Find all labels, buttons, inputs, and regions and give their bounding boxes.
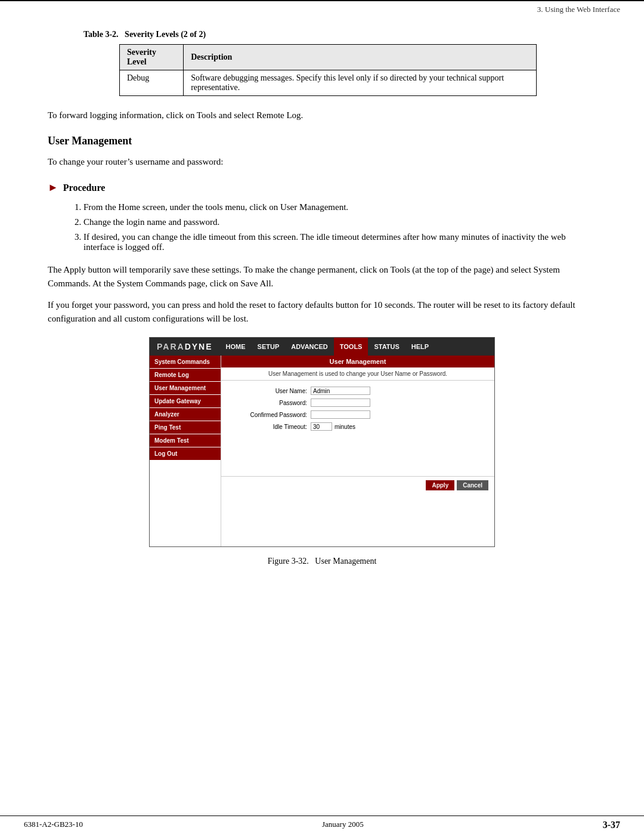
header-text: 3. Using the Web Interface bbox=[537, 5, 620, 14]
footer-left: 6381-A2-GB23-10 bbox=[24, 820, 83, 830]
sidebar-user-management[interactable]: User Management bbox=[150, 382, 221, 394]
footer-right: 3-37 bbox=[603, 820, 620, 830]
table-wrapper: Table 3-2. Severity Levels (2 of 2) Seve… bbox=[83, 30, 596, 96]
table-row: Debug Software debugging messages. Speci… bbox=[120, 70, 537, 96]
table-caption: Table 3-2. Severity Levels (2 of 2) bbox=[83, 30, 596, 39]
label-username: User Name: bbox=[233, 388, 311, 394]
section-heading: User Management bbox=[48, 135, 596, 147]
router-sidebar: System Commands Remote Log User Manageme… bbox=[150, 356, 221, 546]
nav-status[interactable]: STATUS bbox=[368, 338, 405, 356]
input-confirm-password[interactable] bbox=[311, 410, 370, 419]
router-navbar: PARADYNE HOME SETUP ADVANCED TOOLS STATU… bbox=[150, 338, 494, 356]
page: 3. Using the Web Interface Table 3-2. Se… bbox=[0, 0, 644, 834]
cancel-button[interactable]: Cancel bbox=[457, 480, 488, 490]
page-footer: 6381-A2-GB23-10 January 2005 3-37 bbox=[0, 816, 644, 834]
footer-center: January 2005 bbox=[322, 820, 364, 830]
cell-level: Debug bbox=[120, 70, 184, 96]
procedure-list: From the Home screen, under the tools me… bbox=[83, 202, 596, 252]
nav-items: HOME SETUP ADVANCED TOOLS STATUS HELP bbox=[220, 338, 494, 356]
label-idle-timeout: Idle Timeout: bbox=[233, 424, 311, 430]
router-ui: PARADYNE HOME SETUP ADVANCED TOOLS STATU… bbox=[150, 338, 494, 546]
change-text: To change your router’s username and pas… bbox=[48, 157, 596, 167]
body-para-1: The Apply button will temporarily save t… bbox=[48, 263, 596, 290]
sidebar-analyzer[interactable]: Analyzer bbox=[150, 408, 221, 421]
label-confirm-password: Confirmed Password: bbox=[233, 412, 311, 418]
cell-description: Software debugging messages. Specify thi… bbox=[184, 70, 537, 96]
form-row-password: Password: bbox=[233, 399, 482, 407]
idle-timeout-unit: minutes bbox=[335, 424, 355, 430]
router-logo: PARADYNE bbox=[150, 342, 220, 351]
nav-advanced[interactable]: ADVANCED bbox=[285, 338, 334, 356]
main-panel-title: User Management bbox=[221, 356, 494, 367]
procedure-arrow-icon: ► bbox=[48, 181, 58, 194]
apply-button[interactable]: Apply bbox=[426, 480, 454, 490]
main-panel-subtitle: User Management is used to change your U… bbox=[221, 367, 494, 381]
input-username[interactable] bbox=[311, 387, 370, 395]
input-password[interactable] bbox=[311, 399, 370, 407]
form-row-confirm-password: Confirmed Password: bbox=[233, 410, 482, 419]
sidebar-log-out[interactable]: Log Out bbox=[150, 447, 221, 460]
col-header-description: Description bbox=[184, 45, 537, 70]
router-body: System Commands Remote Log User Manageme… bbox=[150, 356, 494, 546]
sidebar-ping-test[interactable]: Ping Test bbox=[150, 421, 221, 434]
procedure-step-3: If desired, you can change the idle time… bbox=[83, 232, 596, 252]
procedure-step-1: From the Home screen, under the tools me… bbox=[83, 202, 596, 212]
form-row-idle-timeout: Idle Timeout: minutes bbox=[233, 422, 482, 431]
nav-setup[interactable]: SETUP bbox=[252, 338, 286, 356]
main-content: Table 3-2. Severity Levels (2 of 2) Seve… bbox=[0, 24, 644, 602]
intro-paragraph: To forward logging information, click on… bbox=[48, 110, 596, 121]
sidebar-system-commands[interactable]: System Commands bbox=[150, 356, 221, 368]
figure-caption: Figure 3-32. User Management bbox=[48, 557, 596, 566]
body-para-2: If you forget your password, you can pre… bbox=[48, 298, 596, 325]
col-header-level: Severity Level bbox=[120, 45, 184, 70]
sidebar-remote-log[interactable]: Remote Log bbox=[150, 369, 221, 381]
router-main-panel: User Management User Management is used … bbox=[221, 356, 494, 546]
input-idle-timeout[interactable] bbox=[311, 422, 332, 431]
page-header: 3. Using the Web Interface bbox=[0, 0, 644, 18]
router-footer: Apply Cancel bbox=[221, 476, 494, 494]
nav-home[interactable]: HOME bbox=[220, 338, 252, 356]
router-form: User Name: Password: Confirmed Password: bbox=[221, 381, 494, 440]
procedure-heading-label: Procedure bbox=[63, 183, 106, 193]
sidebar-update-gateway[interactable]: Update Gateway bbox=[150, 395, 221, 407]
form-row-username: User Name: bbox=[233, 387, 482, 395]
screenshot-container: PARADYNE HOME SETUP ADVANCED TOOLS STATU… bbox=[149, 337, 495, 547]
sidebar-modem-test[interactable]: Modem Test bbox=[150, 434, 221, 447]
procedure-heading-container: ► Procedure bbox=[48, 181, 596, 194]
procedure-step-2: Change the login name and password. bbox=[83, 217, 596, 227]
nav-help[interactable]: HELP bbox=[405, 338, 435, 356]
severity-table: Severity Level Description Debug Softwar… bbox=[119, 44, 537, 96]
nav-tools[interactable]: TOOLS bbox=[334, 338, 369, 356]
label-password: Password: bbox=[233, 400, 311, 406]
